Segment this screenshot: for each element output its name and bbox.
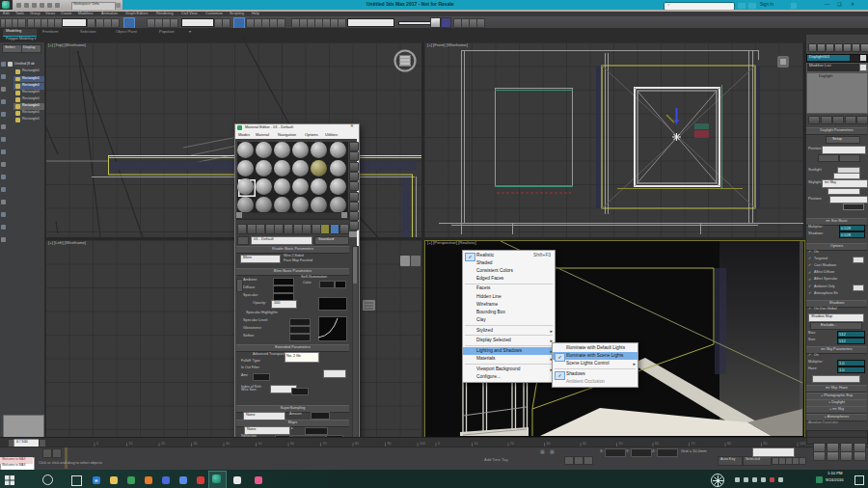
svg-text:40: 40 [226,442,230,446]
svg-text:60: 60 [290,442,294,446]
svg-text:20: 20 [510,442,514,446]
svg-text:70: 70 [692,442,695,446]
svg-text:50: 50 [258,442,262,446]
svg-text:90: 90 [764,442,768,446]
svg-text:0: 0 [96,442,98,446]
svg-text:50: 50 [619,442,623,446]
svg-text:80: 80 [355,442,359,446]
svg-text:100: 100 [420,442,425,446]
svg-text:80: 80 [727,442,731,446]
svg-text:70: 70 [323,442,327,446]
svg-text:60: 60 [655,442,659,446]
svg-text:10: 10 [129,442,133,446]
svg-text:40: 40 [583,442,586,446]
svg-text:20: 20 [161,442,165,446]
svg-text:100: 100 [800,442,805,446]
svg-text:30: 30 [194,442,198,446]
svg-text:90: 90 [388,442,392,446]
svg-text:10: 10 [475,442,478,446]
svg-text:30: 30 [547,442,551,446]
svg-text:0: 0 [438,442,440,446]
